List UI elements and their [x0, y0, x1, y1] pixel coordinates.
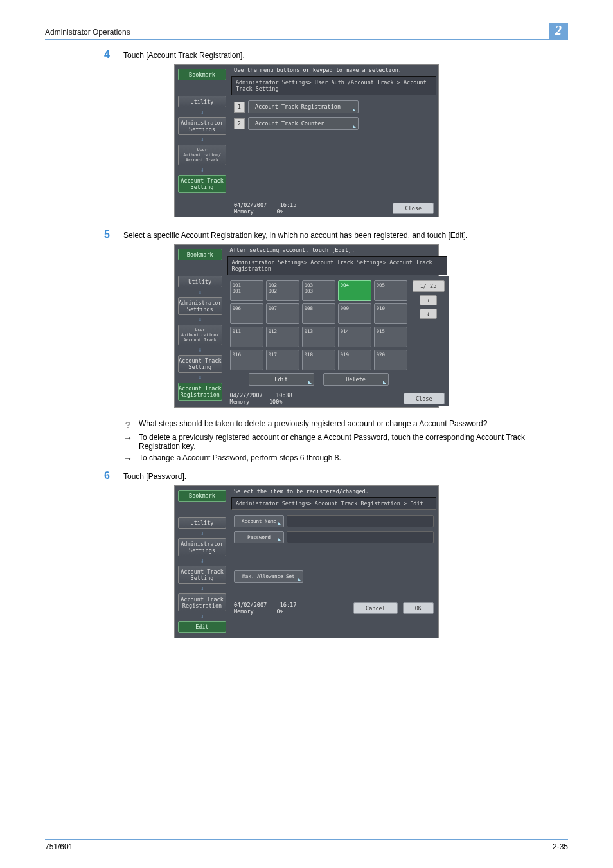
down-arrow-icon: ⬇: [178, 585, 226, 592]
down-arrow-icon: ⬇: [178, 289, 222, 296]
note-answer-2: To change a Account Password, perform st…: [139, 453, 341, 462]
status-memory-label: Memory: [234, 608, 254, 615]
step-5-number: 5: [104, 229, 123, 240]
admin-settings-button[interactable]: Administrator Settings: [178, 297, 222, 315]
step-6-text: Touch [Password].: [123, 470, 186, 481]
panel-instruction: Use the menu buttons or keypad to make a…: [230, 66, 438, 75]
close-button[interactable]: Close: [404, 393, 445, 404]
down-arrow-icon: ⬇: [178, 613, 226, 620]
menu-index-1[interactable]: 1: [234, 102, 245, 113]
utility-button[interactable]: Utility: [178, 276, 222, 287]
account-cell-011[interactable]: 011: [230, 327, 263, 347]
page-up-button[interactable]: ↑: [420, 295, 437, 305]
bookmark-button[interactable]: Bookmark: [178, 490, 226, 502]
screenshot-panel-2: Bookmark Utility ⬇ Administrator Setting…: [174, 244, 439, 408]
max-allowance-button[interactable]: Max. Allowance Set: [234, 570, 303, 583]
status-date: 04/02/2007: [234, 602, 267, 608]
page-down-button[interactable]: ↓: [420, 309, 437, 319]
status-time: 16:17: [280, 602, 297, 608]
status-memory-pct: 0%: [277, 608, 283, 615]
step-5-text: Select a specific Account Registration k…: [123, 229, 468, 240]
status-date: 04/02/2007: [234, 202, 267, 208]
account-track-setting-button[interactable]: Account Track Setting: [178, 566, 226, 584]
account-cell-014[interactable]: 014: [338, 327, 371, 347]
bookmark-button[interactable]: Bookmark: [178, 69, 226, 80]
close-button[interactable]: Close: [393, 203, 434, 214]
step-4-text: Touch [Account Track Registration].: [123, 49, 245, 60]
utility-button[interactable]: Utility: [178, 96, 226, 107]
utility-button[interactable]: Utility: [178, 517, 226, 529]
account-cell-008[interactable]: 008: [302, 303, 335, 324]
account-cell-003[interactable]: 003003: [302, 280, 335, 301]
step-4-number: 4: [104, 49, 123, 60]
status-time: 16:15: [280, 202, 297, 208]
account-cell-009[interactable]: 009: [338, 303, 371, 324]
page-indicator: 1/ 25: [413, 280, 445, 292]
bookmark-button[interactable]: Bookmark: [178, 249, 222, 260]
user-auth-button[interactable]: User Authentication/ Account Track: [178, 145, 226, 165]
cancel-button[interactable]: Cancel: [353, 602, 398, 614]
admin-settings-button[interactable]: Administrator Settings: [178, 538, 226, 556]
status-memory-label: Memory: [234, 208, 254, 215]
footer-page: 2-35: [553, 842, 568, 851]
step-6-number: 6: [104, 470, 123, 482]
account-cell-010[interactable]: 010: [374, 303, 407, 324]
panel-instruction: Select the item to be registered/changed…: [230, 487, 438, 496]
account-track-setting-button[interactable]: Account Track Setting: [178, 355, 222, 373]
account-cell-007[interactable]: 007: [266, 303, 299, 324]
account-cell-012[interactable]: 012: [266, 327, 299, 347]
account-track-registration-button[interactable]: Account Track Registration: [178, 593, 226, 611]
account-track-registration-button[interactable]: Account Track Registration: [248, 100, 359, 113]
note-answer-1: To delete a previously registered accoun…: [139, 433, 568, 451]
password-button[interactable]: Password: [234, 531, 284, 543]
ok-button[interactable]: OK: [403, 602, 434, 614]
down-arrow-icon: ⬇: [178, 109, 226, 116]
screenshot-panel-1: Bookmark Utility ⬇ Administrator Setting…: [174, 64, 439, 217]
account-cell-005[interactable]: 005: [374, 280, 407, 301]
account-cell-013[interactable]: 013: [302, 327, 335, 347]
down-arrow-icon: ⬇: [178, 530, 226, 537]
down-arrow-icon: ⬇: [178, 136, 226, 143]
breadcrumb: Administrator Settings> User Auth./Accou…: [231, 76, 436, 95]
breadcrumb: Administrator Settings> Account Track Re…: [231, 497, 436, 510]
account-cell-002[interactable]: 002002: [266, 280, 299, 301]
menu-index-2[interactable]: 2: [234, 118, 245, 129]
arrow-icon: →: [123, 453, 132, 464]
account-cell-004-selected[interactable]: 004: [338, 280, 371, 301]
account-cell-018[interactable]: 018: [302, 350, 335, 370]
account-track-setting-button[interactable]: Account Track Setting: [178, 175, 226, 193]
down-arrow-icon: ⬇: [178, 316, 222, 323]
user-auth-button[interactable]: User Authentication/ Account Track: [178, 325, 222, 345]
account-cell-020[interactable]: 020: [374, 350, 407, 370]
panel-instruction: After selecting account, touch [Edit].: [226, 246, 449, 255]
account-cell-016[interactable]: 016: [230, 350, 263, 370]
down-arrow-icon: ⬇: [178, 167, 226, 174]
account-track-counter-button[interactable]: Account Track Counter: [248, 117, 359, 130]
status-memory-label: Memory: [230, 399, 250, 405]
account-cell-017[interactable]: 017: [266, 350, 299, 370]
status-date: 04/27/2007: [230, 392, 263, 399]
down-arrow-icon: ⬇: [178, 374, 222, 381]
account-name-button[interactable]: Account Name: [234, 515, 284, 527]
account-cell-015[interactable]: 015: [374, 327, 407, 347]
breadcrumb: Administrator Settings> Account Track Se…: [227, 256, 447, 275]
edit-nav-button[interactable]: Edit: [178, 621, 226, 633]
footer-model: 751/601: [45, 842, 73, 851]
note-question: What steps should be taken to delete a p…: [139, 419, 487, 428]
status-time: 10:38: [276, 392, 292, 399]
question-icon: ?: [123, 419, 132, 430]
screenshot-panel-3: Bookmark Utility ⬇ Administrator Setting…: [174, 485, 439, 638]
delete-button[interactable]: Delete: [323, 373, 389, 386]
status-memory-pct: 0%: [277, 208, 283, 215]
section-title: Administrator Operations: [45, 28, 130, 39]
account-cell-001[interactable]: 001001: [230, 280, 263, 301]
arrow-icon: →: [123, 433, 132, 443]
down-arrow-icon: ⬇: [178, 347, 222, 354]
password-value: [287, 531, 434, 543]
edit-button[interactable]: Edit: [249, 373, 314, 386]
account-cell-006[interactable]: 006: [230, 303, 263, 324]
admin-settings-button[interactable]: Administrator Settings: [178, 117, 226, 135]
account-track-registration-button[interactable]: Account Track Registration: [178, 383, 222, 401]
account-cell-019[interactable]: 019: [338, 350, 371, 370]
status-memory-pct: 100%: [269, 399, 282, 405]
